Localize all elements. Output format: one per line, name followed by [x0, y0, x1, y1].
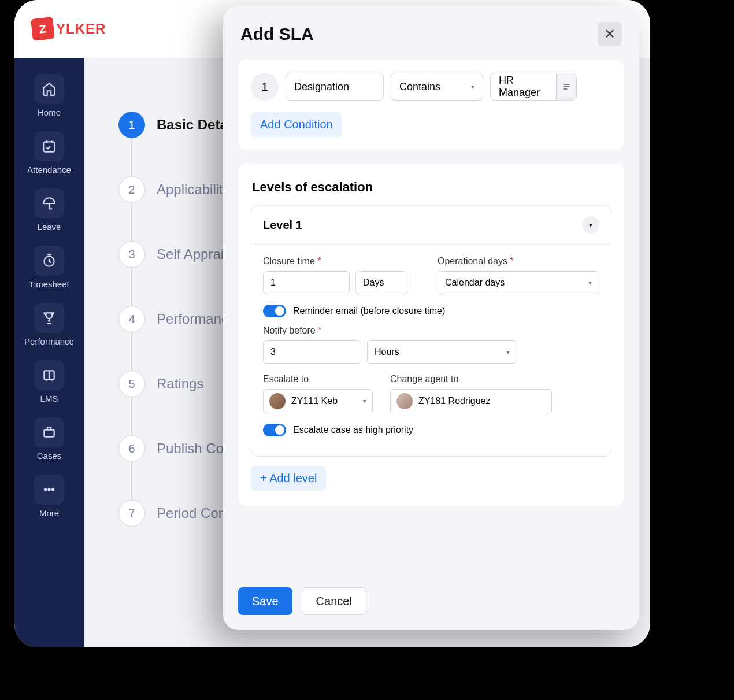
chevron-down-icon: ▾ — [506, 348, 510, 356]
add-condition-button[interactable]: Add Condition — [251, 112, 342, 137]
close-icon: ✕ — [604, 26, 616, 42]
select-value: Calendar days — [445, 277, 505, 288]
condition-operator-select[interactable]: Contains ▾ — [391, 73, 483, 101]
escalate-to-select[interactable]: ZY111 Keb ▾ — [263, 389, 373, 413]
logo-text: YLKER — [56, 21, 106, 37]
svg-point-4 — [45, 488, 46, 490]
calendar-check-icon — [34, 131, 64, 161]
modal-body: 1 Designation Contains ▾ HR Manager Add … — [223, 60, 639, 576]
step-number: 2 — [118, 176, 145, 203]
sidebar-item-label: Leave — [38, 222, 61, 232]
operational-days-label: Operational days * — [438, 256, 599, 266]
avatar — [269, 393, 286, 409]
close-button[interactable]: ✕ — [598, 22, 622, 46]
save-button[interactable]: Save — [238, 587, 292, 615]
trophy-icon — [34, 303, 64, 333]
change-agent-select[interactable]: ZY181 Rodriguez — [390, 389, 552, 413]
step-number: 7 — [118, 500, 145, 527]
level-body: Closure time * 1 Days Oper — [251, 245, 611, 456]
select-value: HR Manager — [499, 75, 550, 99]
sidebar-item-label: More — [39, 508, 59, 518]
closure-time-input[interactable]: 1 — [263, 271, 350, 294]
escalation-title: Levels of escalation — [252, 180, 611, 195]
step-label: Ratings — [157, 376, 203, 392]
escalation-card: Levels of escalation Level 1 ▾ Closure t… — [238, 164, 624, 506]
user-name: ZY181 Rodriguez — [418, 396, 491, 406]
chevron-down-icon: ▾ — [471, 83, 474, 91]
escalate-to-label: Escalate to — [263, 374, 373, 384]
notify-before-label: Notify before * — [263, 325, 599, 336]
step-label: Applicability — [157, 182, 230, 198]
sidebar-item-label: Cases — [37, 451, 62, 461]
sidebar-item-label: LMS — [40, 394, 58, 403]
collapse-button[interactable]: ▾ — [582, 216, 599, 234]
input-value: 1 — [270, 277, 276, 288]
home-icon — [34, 74, 64, 104]
condition-card: 1 Designation Contains ▾ HR Manager Add … — [238, 60, 624, 150]
sidebar-item-label: Attendance — [27, 165, 71, 175]
modal-footer: Save Cancel — [223, 576, 639, 630]
stopwatch-icon — [34, 246, 64, 276]
add-sla-modal: Add SLA ✕ 1 Designation Contains ▾ HR Ma… — [223, 6, 639, 630]
modal-title: Add SLA — [240, 24, 314, 44]
notify-before-input[interactable]: 3 — [263, 340, 361, 364]
add-level-button[interactable]: + Add level — [251, 466, 326, 491]
chevron-down-icon: ▾ — [589, 221, 592, 229]
sidebar-item-attendance[interactable]: Attendance — [20, 127, 78, 180]
select-value: Contains — [399, 81, 440, 93]
briefcase-icon — [34, 417, 64, 447]
logo-badge: Z — [31, 17, 55, 41]
modal-header: Add SLA ✕ — [223, 6, 639, 60]
condition-row: 1 Designation Contains ▾ HR Manager — [251, 73, 611, 101]
operational-days-select[interactable]: Calendar days ▾ — [438, 271, 599, 294]
sidebar-item-performance[interactable]: Performance — [20, 298, 78, 352]
chevron-down-icon: ▾ — [588, 279, 592, 287]
step-number: 1 — [118, 112, 145, 138]
list-icon[interactable] — [556, 73, 576, 100]
book-icon — [34, 360, 64, 390]
reminder-email-toggle[interactable] — [263, 305, 286, 317]
closure-unit-select[interactable]: Days — [355, 271, 407, 294]
high-priority-label: Escalate case as high priority — [293, 425, 413, 435]
umbrella-icon — [34, 188, 64, 218]
reminder-toggle-row: Reminder email (before closure time) — [263, 305, 599, 317]
more-icon — [34, 475, 64, 505]
sidebar-item-more[interactable]: More — [20, 470, 78, 524]
condition-field-select[interactable]: Designation — [286, 73, 384, 101]
svg-rect-3 — [44, 430, 54, 437]
high-priority-toggle[interactable] — [263, 424, 286, 436]
chevron-down-icon: ▾ — [363, 397, 366, 405]
step-number: 4 — [118, 306, 145, 332]
level-title: Level 1 — [263, 218, 302, 232]
select-value: Designation — [294, 81, 349, 93]
sidebar-item-cases[interactable]: Cases — [20, 413, 78, 466]
step-number: 6 — [118, 435, 145, 462]
sidebar-item-leave[interactable]: Leave — [20, 184, 78, 238]
condition-value-select[interactable]: HR Manager — [490, 73, 577, 101]
avatar — [396, 393, 413, 409]
closure-time-label: Closure time * — [263, 256, 420, 266]
select-value: Hours — [375, 347, 399, 357]
select-value: Days — [363, 277, 384, 288]
step-number: 5 — [118, 371, 145, 397]
step-number: 3 — [118, 241, 145, 268]
condition-number: 1 — [251, 73, 279, 101]
sidebar-item-label: Performance — [24, 336, 74, 346]
input-value: 3 — [270, 347, 276, 357]
brand-logo: Z YLKER — [32, 18, 106, 40]
change-agent-label: Change agent to — [390, 374, 552, 384]
user-name: ZY111 Keb — [291, 396, 338, 406]
sidebar: Home Attendance Leave Timesheet Performa… — [14, 58, 84, 647]
level-1-box: Level 1 ▾ Closure time * 1 — [251, 205, 611, 457]
sidebar-item-label: Home — [38, 108, 61, 117]
reminder-email-label: Reminder email (before closure time) — [293, 306, 445, 316]
sidebar-item-home[interactable]: Home — [20, 69, 78, 123]
sidebar-item-lms[interactable]: LMS — [20, 355, 78, 409]
svg-point-6 — [52, 488, 54, 490]
sidebar-item-label: Timesheet — [29, 279, 69, 289]
svg-point-5 — [48, 488, 50, 490]
sidebar-item-timesheet[interactable]: Timesheet — [20, 241, 78, 295]
level-header: Level 1 ▾ — [251, 206, 611, 245]
cancel-button[interactable]: Cancel — [302, 587, 366, 615]
notify-unit-select[interactable]: Hours ▾ — [367, 340, 517, 364]
